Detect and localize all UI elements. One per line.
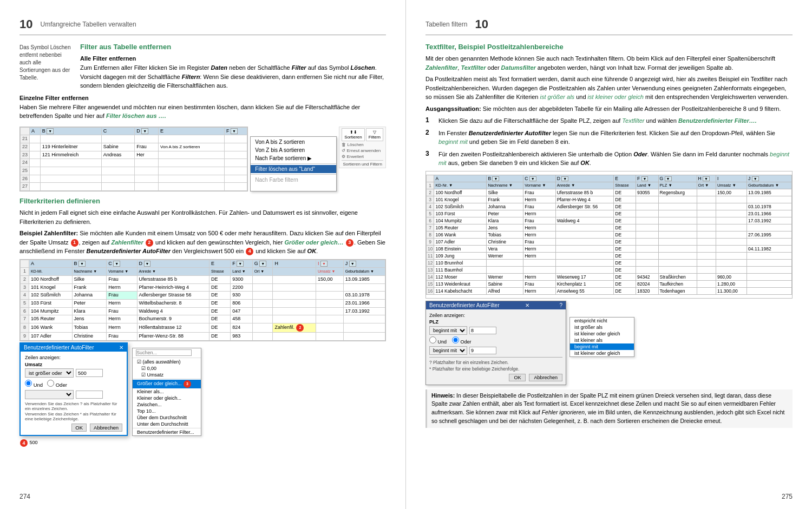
af-cond-1[interactable]: beginnt mit	[429, 326, 467, 335]
dialog-close-icon[interactable]: ✕	[119, 345, 123, 351]
af-cond-2[interactable]: beginnt mit	[429, 346, 467, 355]
right-ausgangssituation: Ausgangssituation: Sie möchten aus der a…	[425, 104, 793, 114]
dd-entspricht-nicht[interactable]: entspricht nicht	[570, 318, 634, 324]
dialog-hint2: Verwenden Sie das Zeichen * als Platzhal…	[25, 412, 122, 421]
af-title-text: Benutzerdefinierter AutoFilter	[429, 302, 500, 308]
dd-groesser-gleich[interactable]: Größer oder gleich... 3	[133, 380, 201, 388]
page-header-left: 10 Umfangreiche Tabellen verwalten	[19, 17, 386, 35]
circle-2: 2	[146, 239, 153, 247]
context-menu-filter: Von A bis Z sortieren Von Z bis A sortie…	[250, 136, 337, 192]
dd-groesser-als[interactable]: ist größer als	[570, 324, 634, 330]
dialog-cancel-btn[interactable]: Abbrechen	[90, 424, 122, 432]
radio-und[interactable]: Und	[25, 380, 43, 388]
section-title-right: Textfilter, Beispiel Postleitzahlenberei…	[425, 43, 793, 51]
table-screenshot-1: A B ▼ C D ▼ E F ▼ 21 22119 Hinterleitner…	[20, 127, 247, 191]
dd-über-durchschnitt[interactable]: Über dem Durchschnitt	[133, 414, 201, 421]
dd-top10[interactable]: Top 10...	[133, 408, 201, 414]
page-number-right: 10	[475, 17, 488, 31]
dialog-content: Zeilen anzeigen: Umsatz ist größer oder …	[21, 352, 127, 435]
s2-text1: Nicht in jedem Fall eignet sich eine ein…	[19, 208, 386, 226]
dd-benutzerdef[interactable]: Benutzerdefinierter Filter...	[133, 429, 201, 435]
dd-beginnt-mit[interactable]: beginnt mit	[570, 343, 634, 350]
af-ok-btn[interactable]: OK	[509, 374, 526, 381]
dd-alles-ausw[interactable]: ☑ (alles auswählen)	[133, 359, 201, 365]
dialog-row-2	[25, 390, 122, 399]
hint-bold: Hinweis:	[431, 392, 455, 399]
radio-group: Und Oder	[25, 380, 122, 388]
sub1-text: Zum Entfernen aller Filter klicken Sie i…	[19, 63, 386, 90]
header-title-right: Tabellen filtern	[425, 21, 467, 28]
ctx-sort-az[interactable]: Von A bis Z sortieren	[251, 138, 336, 146]
circle-1: 1	[71, 239, 78, 247]
ctx-filter-delete[interactable]: Filter löschen aus "Land"	[251, 165, 336, 173]
dialog-condition-select-2[interactable]	[25, 390, 74, 399]
dialog-value-input-2[interactable]	[76, 391, 103, 399]
dd-kleiner-oder-gleich[interactable]: ist kleiner oder gleich	[570, 330, 634, 337]
af-zeilen-label: Zeilen anzeigen:	[429, 313, 562, 318]
af-hint-2: * Platzhalter für eine beliebige Zeichen…	[429, 366, 562, 372]
page-left: 10 Umfangreiche Tabellen verwalten Das S…	[0, 0, 406, 509]
filter-label: Filtern	[369, 135, 381, 140]
toolbar-delete[interactable]: 🗑 Löschen	[342, 142, 383, 147]
af-cancel-btn[interactable]: Abbrechen	[529, 374, 562, 381]
step-text-3: Für den zweiten Postleitzahlenbereich ak…	[438, 150, 793, 168]
page-footer-left: 274	[19, 493, 30, 500]
toolbar-sort-btn[interactable]: ⬆⬇ Sortieren	[342, 128, 364, 141]
right-intro: Mit der oben genannten Methode können Si…	[425, 54, 793, 72]
ctx-filter-color: Nach Farbe filtern	[251, 176, 336, 184]
toolbar-reapply[interactable]: ↺ Erneut anwenden	[342, 148, 383, 153]
af-question-icon[interactable]: ?	[559, 302, 562, 308]
sidebar-note: Das Symbol Löschen entfernt nebenbei auc…	[19, 44, 74, 82]
dd-zwischen[interactable]: Zwischen...	[133, 401, 201, 408]
af-radio-group: Und Oder	[429, 336, 562, 345]
af-close-icon[interactable]: ✕	[525, 302, 529, 308]
ctx-sort-color[interactable]: Nach Farbe sortieren	[251, 154, 336, 162]
af-val-1[interactable]	[469, 327, 496, 334]
dialog-title: Benutzerdefinierter AutoFilter	[24, 345, 94, 351]
dialog-hint1: Verwenden Sie das Zeichen ? als Platzhal…	[25, 401, 122, 411]
af-val-2[interactable]	[469, 347, 496, 354]
step-3: 3 Für den zweiten Postleitzahlenbereich …	[425, 150, 793, 168]
subsection-single-filter: Einzelne Filter entfernen	[19, 95, 386, 101]
hint-text: In dieser Beispieltabelle die Postleitza…	[431, 392, 785, 424]
dd-kleiner-gleich[interactable]: Kleiner oder gleich...	[133, 395, 201, 401]
screenshot-big-table: A B ▼ C ▼ D ▼ E F ▼ G ▼ H I ▼ J ▼ 1KD-Mi…	[19, 259, 386, 436]
step-text-1: Klicken Sie dazu auf die Filterschaltflä…	[438, 116, 757, 125]
sort-filter-label: Sortieren und Filtern	[342, 160, 383, 167]
dialog-value-input[interactable]	[76, 369, 103, 377]
af-radio-oder[interactable]: Oder	[452, 336, 472, 345]
dd-menu-right: entspricht nicht ist größer als ist klei…	[569, 317, 634, 357]
page-number-left: 10	[19, 17, 32, 31]
toolbar-advanced[interactable]: ⚙ Erweitert	[342, 154, 383, 159]
dialog-ok-btn[interactable]: OK	[71, 424, 87, 432]
dd-unter-durchschnitt[interactable]: Unter dem Durchschnitt	[133, 421, 201, 427]
sort-label: Sortieren	[344, 135, 362, 140]
ctx-sort-za[interactable]: Von Z bis A sortieren	[251, 146, 336, 154]
af-radio-und[interactable]: Und	[429, 336, 447, 345]
radio-oder[interactable]: Oder	[47, 380, 67, 388]
af-row-1: beginnt mit	[429, 326, 562, 335]
dd-kleiner-als[interactable]: Kleiner als...	[133, 388, 201, 395]
screenshot-filter-menu: A B ▼ C D ▼ E F ▼ 21 22119 Hinterleitner…	[19, 127, 386, 192]
af-row-2: beginnt mit	[429, 346, 562, 355]
number-filter-menu: ☑ (alles auswählen) ☑ 0,00 ☑ Umsatz Größ…	[132, 348, 201, 436]
dd-kleiner-als-r[interactable]: ist kleiner als	[570, 337, 634, 343]
big-table: A B ▼ C ▼ D ▼ E F ▼ G ▼ H I ▼ J ▼ 1KD-Mi…	[20, 260, 385, 341]
subsection-all-filter: Alle Filter entfernen	[19, 55, 386, 62]
hint-box: Hinweis: In dieser Beispieltabelle die P…	[425, 389, 793, 428]
step-2: 2 Im Fenster Benutzerdefinierter Autofil…	[425, 129, 793, 147]
filter-search-input[interactable]	[136, 349, 192, 356]
toolbar-filter-btn[interactable]: ▽ Filtern	[366, 128, 383, 141]
circle-4: 4	[246, 248, 253, 255]
sub2-text: Haben Sie mehrere Filter angewendet und …	[19, 103, 386, 121]
section-title-1: Filter aus Tabelle entfernen	[19, 43, 386, 51]
dd-kleiner-oder-gleich-2[interactable]: ist kleiner oder gleich	[570, 350, 634, 356]
right-para2: Da Postleitzahlen meist als Text formati…	[425, 75, 793, 102]
row-num	[21, 127, 30, 135]
dialog-title-bar: Benutzerdefinierter AutoFilter ✕	[21, 343, 127, 352]
af-plz-label: PLZ	[429, 319, 562, 325]
dialog-condition-select[interactable]: ist größer oder gleich	[25, 368, 74, 378]
af-dialog-title: Benutzerdefinierter AutoFilter ✕ ?	[426, 301, 566, 309]
step-num-2: 2	[425, 129, 434, 147]
autofilter-dialog-left: Benutzerdefinierter AutoFilter ✕ Zeilen …	[19, 342, 128, 436]
